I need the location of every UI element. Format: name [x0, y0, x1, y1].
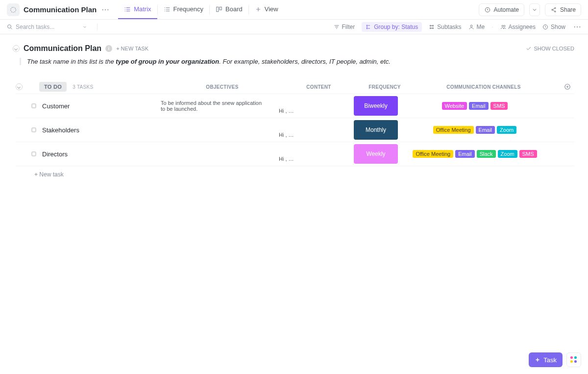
automate-label: Automate: [494, 6, 519, 13]
cell-objectives[interactable]: To be informed about the snew applicatio…: [161, 100, 266, 112]
status-checkbox[interactable]: [31, 151, 36, 156]
channel-tag[interactable]: Slack: [477, 150, 496, 158]
status-pill[interactable]: TO DO: [39, 82, 67, 92]
desc-emph: type of group in your organization: [116, 58, 219, 65]
list-icon: [7, 3, 20, 16]
me-button[interactable]: Me: [468, 24, 485, 30]
sep-dot: ·: [491, 24, 493, 30]
cell-channels: WebsiteEmailSMS: [404, 102, 546, 110]
page-title: Communication Plan: [24, 5, 97, 14]
svg-point-8: [367, 25, 368, 26]
task-row[interactable]: Directors Hi , … Weekly Office MeetingEm…: [16, 142, 574, 166]
svg-point-6: [555, 11, 556, 12]
svg-point-7: [8, 25, 11, 28]
assignees-label: Assignees: [509, 24, 536, 30]
tab-board[interactable]: Board: [210, 0, 248, 19]
collapse-icon[interactable]: [13, 45, 20, 52]
svg-point-10: [470, 25, 472, 27]
content-area: Communication Plan i + New Task Show Clo…: [0, 34, 588, 178]
toolbar-right: Filter Group by: Status Subtasks Me · As…: [334, 22, 582, 32]
svg-point-5: [555, 7, 556, 8]
svg-point-9: [367, 28, 368, 29]
status-checkbox[interactable]: [31, 127, 36, 132]
channel-tag[interactable]: Zoom: [497, 126, 516, 134]
share-button[interactable]: Share: [545, 3, 581, 16]
channel-tag[interactable]: Zoom: [498, 150, 517, 158]
col-objectives: Objectives: [170, 84, 275, 90]
channel-tag[interactable]: Email: [455, 150, 475, 158]
col-frequency: Frequency: [363, 84, 407, 90]
channel-tag[interactable]: Office Meeting: [413, 150, 453, 158]
channel-tag[interactable]: Website: [442, 102, 467, 110]
tab-matrix[interactable]: Matrix: [118, 0, 157, 19]
channel-tag[interactable]: Email: [469, 102, 489, 110]
assignees-button[interactable]: Assignees: [500, 24, 536, 30]
subtasks-label: Subtasks: [437, 24, 461, 30]
show-button[interactable]: Show: [542, 24, 565, 30]
search-box[interactable]: [7, 24, 98, 30]
task-row[interactable]: Stakeholders Hi , … Monthly Office Meeti…: [16, 118, 574, 142]
tab-label: Matrix: [134, 5, 151, 13]
show-label: Show: [551, 24, 565, 30]
info-icon[interactable]: i: [105, 45, 112, 52]
col-content: Content: [281, 84, 357, 90]
cell-content[interactable]: Hi , …: [272, 122, 348, 138]
new-task-button[interactable]: + New Task: [116, 46, 148, 51]
status-checkbox[interactable]: [31, 103, 36, 108]
filter-label: Filter: [342, 24, 355, 30]
cell-content[interactable]: Hi , …: [272, 98, 348, 114]
tab-add-view[interactable]: View: [249, 0, 284, 19]
view-tabs: Matrix Frequency Board View: [118, 0, 284, 19]
search-icon: [7, 24, 13, 30]
task-name[interactable]: Directors: [42, 150, 155, 158]
me-label: Me: [477, 24, 485, 30]
tab-label: Board: [225, 5, 243, 13]
svg-point-11: [502, 25, 503, 26]
toolbar: Filter Group by: Status Subtasks Me · As…: [0, 20, 588, 34]
chevron-down-icon[interactable]: [82, 25, 87, 29]
channel-tag[interactable]: Office Meeting: [433, 126, 474, 134]
cell-frequency[interactable]: Monthly: [354, 120, 398, 140]
show-closed-label: Show Closed: [534, 46, 574, 51]
share-label: Share: [560, 6, 576, 13]
toolbar-more-icon[interactable]: ⋯: [573, 22, 581, 31]
channel-tag[interactable]: Email: [476, 126, 495, 134]
list-description: The task name in this list is the type o…: [20, 58, 581, 65]
tab-frequency[interactable]: Frequency: [158, 0, 209, 19]
channel-tag[interactable]: SMS: [490, 102, 508, 110]
add-column-button[interactable]: [561, 83, 574, 90]
filter-button[interactable]: Filter: [334, 24, 355, 30]
list-header: Communication Plan i + New Task Show Clo…: [13, 44, 581, 53]
cell-channels: Office MeetingEmailSlackZoomSMS: [404, 150, 546, 158]
group-label: Group by: Status: [374, 24, 418, 30]
task-row[interactable]: Customer To be informed about the snew a…: [16, 94, 574, 118]
task-count: 3 tasks: [73, 84, 93, 90]
automate-chevron[interactable]: [529, 3, 540, 16]
fab-label: Task: [543, 356, 557, 364]
svg-point-4: [552, 9, 553, 10]
channel-tag[interactable]: SMS: [519, 150, 537, 158]
svg-rect-1: [217, 7, 219, 11]
subtasks-button[interactable]: Subtasks: [429, 24, 461, 30]
tab-label: Frequency: [173, 5, 203, 13]
automate-button[interactable]: Automate: [479, 3, 524, 16]
list-title: Communication Plan: [24, 44, 101, 53]
cell-content[interactable]: Hi , …: [272, 146, 348, 162]
col-channels: Communication Channels: [413, 84, 555, 90]
svg-rect-2: [220, 7, 221, 10]
desc-pre: The task name in this list is the: [27, 58, 116, 65]
show-closed-button[interactable]: Show Closed: [526, 46, 574, 51]
group-button[interactable]: Group by: Status: [362, 22, 422, 32]
svg-point-12: [504, 25, 505, 26]
more-icon[interactable]: ⋯: [101, 5, 109, 14]
cell-frequency[interactable]: Biweekly: [354, 96, 398, 116]
cell-frequency[interactable]: Weekly: [354, 144, 398, 164]
add-task-button[interactable]: + New task: [16, 166, 574, 178]
group-collapse-icon[interactable]: [16, 83, 23, 90]
create-task-fab[interactable]: Task: [529, 352, 563, 367]
task-name[interactable]: Stakeholders: [42, 126, 155, 134]
task-name[interactable]: Customer: [42, 102, 155, 110]
apps-fab[interactable]: [566, 352, 581, 367]
tab-label: View: [265, 5, 278, 13]
search-input[interactable]: [16, 24, 65, 30]
